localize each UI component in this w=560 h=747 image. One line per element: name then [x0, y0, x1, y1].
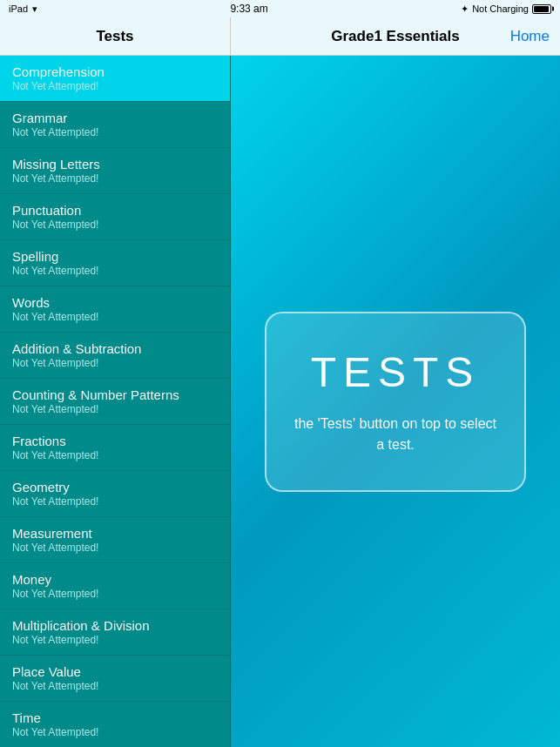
wifi-icon: ▾: [32, 3, 37, 15]
sidebar-item-status: Not Yet Attempted!: [12, 680, 218, 692]
sidebar-item-status: Not Yet Attempted!: [12, 634, 218, 646]
nav-home-button[interactable]: Home: [510, 28, 550, 45]
nav-tests-button[interactable]: Tests: [0, 17, 231, 55]
sidebar-item-name: Counting & Number Patterns: [12, 387, 218, 402]
sidebar-item-status: Not Yet Attempted!: [12, 542, 218, 554]
sidebar: ComprehensionNot Yet Attempted!GrammarNo…: [0, 56, 231, 747]
sidebar-item-name: Money: [12, 572, 218, 587]
sidebar-item-status: Not Yet Attempted!: [12, 726, 218, 738]
status-right: ✦ Not Charging: [461, 3, 551, 15]
list-item[interactable]: Counting & Number PatternsNot Yet Attemp…: [0, 379, 230, 425]
list-item[interactable]: Place ValueNot Yet Attempted!: [0, 656, 230, 702]
sidebar-item-name: Fractions: [12, 434, 218, 448]
sidebar-item-name: Multiplication & Division: [12, 618, 218, 633]
sidebar-item-name: Addition & Subtraction: [12, 341, 218, 356]
sidebar-item-status: Not Yet Attempted!: [12, 495, 218, 508]
sidebar-item-status: Not Yet Attempted!: [12, 403, 218, 415]
status-time: 9:33 am: [230, 3, 267, 15]
list-item[interactable]: SpellingNot Yet Attempted!: [0, 240, 230, 286]
list-item[interactable]: Addition & SubtractionNot Yet Attempted!: [0, 333, 230, 379]
list-item[interactable]: MeasurementNot Yet Attempted!: [0, 517, 230, 563]
sidebar-item-name: Place Value: [12, 664, 218, 679]
list-item[interactable]: GeometryNot Yet Attempted!: [0, 471, 230, 517]
sidebar-item-name: Missing Letters: [12, 157, 218, 172]
sidebar-item-name: Geometry: [12, 480, 218, 495]
battery-icon: [532, 4, 551, 14]
sidebar-item-status: Not Yet Attempted!: [12, 172, 218, 185]
sidebar-item-status: Not Yet Attempted!: [12, 357, 218, 369]
list-item[interactable]: WordsNot Yet Attempted!: [0, 286, 230, 333]
list-item[interactable]: MoneyNot Yet Attempted!: [0, 563, 230, 609]
sidebar-item-name: Words: [12, 295, 218, 310]
list-item[interactable]: Multiplication & DivisionNot Yet Attempt…: [0, 609, 230, 656]
sidebar-item-name: Punctuation: [12, 203, 218, 218]
tests-card: TESTS the 'Tests' button on top to selec…: [265, 312, 526, 492]
right-panel: TESTS the 'Tests' button on top to selec…: [231, 56, 560, 747]
list-item[interactable]: TimeNot Yet Attempted!: [0, 702, 230, 747]
list-item[interactable]: ComprehensionNot Yet Attempted!: [0, 56, 230, 102]
list-item[interactable]: Missing LettersNot Yet Attempted!: [0, 148, 230, 194]
sidebar-item-status: Not Yet Attempted!: [12, 449, 218, 461]
carrier-label: iPad: [9, 3, 28, 14]
sidebar-item-status: Not Yet Attempted!: [12, 80, 218, 92]
sidebar-item-name: Comprehension: [12, 64, 218, 79]
sidebar-item-status: Not Yet Attempted!: [12, 126, 218, 138]
sidebar-item-status: Not Yet Attempted!: [12, 311, 218, 323]
sidebar-item-name: Time: [12, 710, 218, 725]
sidebar-item-name: Spelling: [12, 249, 218, 264]
sidebar-item-status: Not Yet Attempted!: [12, 265, 218, 277]
nav-bar: Tests Grade1 Essentials Home: [0, 17, 560, 56]
status-left: iPad ▾: [9, 3, 37, 15]
tests-card-desc: the 'Tests' button on top to select a te…: [293, 414, 498, 455]
sidebar-item-name: Grammar: [12, 111, 218, 125]
sidebar-item-name: Measurement: [12, 526, 218, 541]
bluetooth-icon: ✦: [461, 3, 469, 15]
main-layout: ComprehensionNot Yet Attempted!GrammarNo…: [0, 56, 560, 747]
tests-card-title: TESTS: [293, 348, 498, 396]
list-item[interactable]: FractionsNot Yet Attempted!: [0, 425, 230, 471]
status-bar: iPad ▾ 9:33 am ✦ Not Charging: [0, 0, 560, 17]
charging-status: Not Charging: [472, 3, 529, 14]
sidebar-item-status: Not Yet Attempted!: [12, 588, 218, 600]
list-item[interactable]: PunctuationNot Yet Attempted!: [0, 194, 230, 240]
list-item[interactable]: GrammarNot Yet Attempted!: [0, 102, 230, 148]
sidebar-item-status: Not Yet Attempted!: [12, 219, 218, 231]
